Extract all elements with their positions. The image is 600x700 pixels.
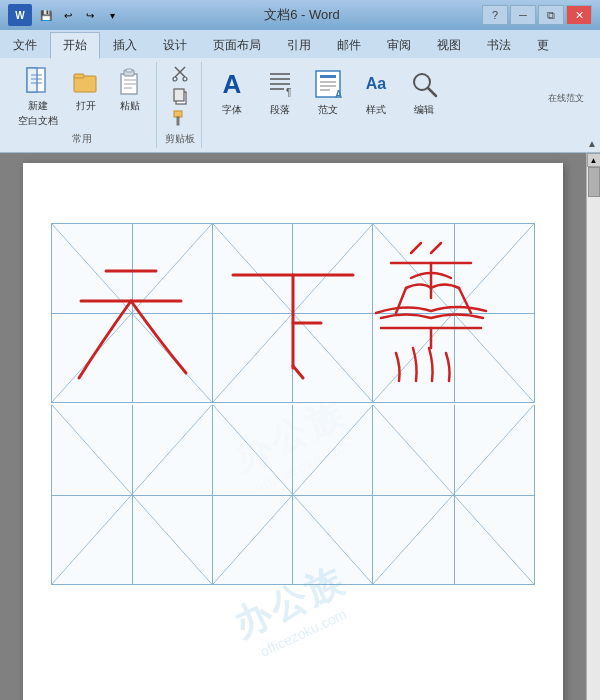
svg-rect-9	[126, 69, 132, 72]
svg-rect-19	[174, 111, 182, 117]
tab-calligraphy[interactable]: 书法	[474, 32, 524, 58]
tab-review[interactable]: 审阅	[374, 32, 424, 58]
tab-mailings[interactable]: 邮件	[324, 32, 374, 58]
new-doc-label2: 空白文档	[18, 114, 58, 128]
grid-cell-2-2	[213, 405, 374, 584]
minimize-btn[interactable]: ─	[510, 5, 536, 25]
svg-rect-29	[320, 85, 336, 87]
group-common-items: 新建 空白文档 打开	[14, 64, 150, 130]
scroll-track[interactable]	[587, 167, 600, 700]
window-controls: ? ─ ⧉ ✕	[482, 5, 592, 25]
new-doc-icon	[22, 66, 54, 98]
watermark-bottom-text2: officezoku.com	[247, 601, 360, 665]
open-button[interactable]: 打开	[66, 64, 106, 115]
group-common: 新建 空白文档 打开	[8, 62, 157, 148]
paragraph-icon: ¶	[262, 66, 298, 102]
open-icon	[70, 66, 102, 98]
group-online-label: 在线范文	[548, 92, 584, 105]
font-icon: A	[214, 66, 250, 102]
document-page: 办公族 officezoku.com 办公族 officezoku.com	[23, 163, 563, 700]
svg-point-16	[183, 77, 187, 81]
svg-text:¶: ¶	[286, 87, 291, 98]
tab-more[interactable]: 更	[524, 32, 562, 58]
group-clipboard-label: 剪贴板	[165, 132, 195, 146]
paste-label: 粘贴	[120, 99, 140, 113]
paste-button[interactable]: 粘贴	[110, 64, 150, 115]
paragraph-button[interactable]: ¶ 段落	[258, 64, 302, 119]
quick-access-toolbar: 💾 ↩ ↪ ▾	[36, 5, 122, 25]
grid-cell-1-2	[213, 224, 374, 402]
tab-references[interactable]: 引用	[274, 32, 324, 58]
tab-layout[interactable]: 页面布局	[200, 32, 274, 58]
grid-cell-2-1	[52, 405, 213, 584]
grid-cell-2-3	[373, 405, 534, 584]
open-label: 打开	[76, 99, 96, 113]
diag-2-1	[52, 405, 212, 584]
style-button[interactable]: Aa 样式	[354, 64, 398, 119]
redo-quick-btn[interactable]: ↪	[80, 5, 100, 25]
cut-button[interactable]	[168, 64, 192, 84]
tab-design[interactable]: 设计	[150, 32, 200, 58]
grid-cell-1-3	[373, 224, 534, 402]
group-clipboard: 剪贴板	[159, 62, 202, 148]
font-button[interactable]: A 字体	[210, 64, 254, 119]
svg-rect-27	[320, 75, 336, 78]
font-label: 字体	[222, 103, 242, 117]
title-bar-left: W 💾 ↩ ↪ ▾	[8, 4, 122, 26]
tab-insert[interactable]: 插入	[100, 32, 150, 58]
ribbon-container: 文件 开始 插入 设计 页面布局 引用 邮件 审阅 视图 书法 更	[0, 30, 600, 153]
paste-icon	[114, 66, 146, 98]
close-btn[interactable]: ✕	[566, 5, 592, 25]
svg-rect-28	[320, 81, 336, 83]
diag-1-3	[373, 224, 534, 402]
template-icon: A	[310, 66, 346, 102]
group-common-label: 常用	[72, 132, 92, 146]
group-online: A 字体 ¶	[204, 62, 464, 148]
diag-1-2	[213, 224, 373, 402]
ribbon-tabs: 文件 开始 插入 设计 页面布局 引用 邮件 审阅 视图 书法 更	[0, 30, 600, 58]
svg-rect-6	[74, 74, 84, 78]
calligraphy-grid-row2	[51, 405, 535, 585]
diag-2-2	[213, 405, 373, 584]
title-bar: W 💾 ↩ ↪ ▾ 文档6 - Word ? ─ ⧉ ✕	[0, 0, 600, 30]
style-label: 样式	[366, 103, 386, 117]
calligraphy-grid-row1	[51, 223, 535, 403]
collapse-ribbon-btn[interactable]: ▲	[587, 138, 597, 149]
paragraph-label: 段落	[270, 103, 290, 117]
template-button[interactable]: A 范文	[306, 64, 350, 119]
page-wrapper: 办公族 officezoku.com 办公族 officezoku.com	[0, 163, 586, 700]
diag-2-3	[373, 405, 534, 584]
edit-button[interactable]: 编辑	[402, 64, 446, 119]
ribbon: 文件 开始 插入 设计 页面布局 引用 邮件 审阅 视图 书法 更	[0, 30, 600, 153]
save-quick-btn[interactable]: 💾	[36, 5, 56, 25]
window-title: 文档6 - Word	[122, 6, 482, 24]
svg-text:A: A	[335, 89, 342, 100]
format-painter-button[interactable]	[168, 108, 192, 128]
edit-icon	[406, 66, 442, 102]
diag-1-1	[52, 224, 212, 402]
edit-label: 编辑	[414, 103, 434, 117]
customize-quick-btn[interactable]: ▾	[102, 5, 122, 25]
copy-button[interactable]	[168, 86, 192, 106]
ribbon-content: 新建 空白文档 打开	[0, 58, 600, 152]
scroll-thumb[interactable]	[588, 167, 600, 197]
document-area: ▲ ▼ 办公族 officezoku.com 办公族 officezoku.co…	[0, 153, 600, 700]
template-label: 范文	[318, 103, 338, 117]
svg-rect-18	[174, 89, 184, 101]
new-doc-button[interactable]: 新建 空白文档	[14, 64, 62, 130]
svg-rect-1	[27, 68, 37, 92]
undo-quick-btn[interactable]: ↩	[58, 5, 78, 25]
help-btn[interactable]: ?	[482, 5, 508, 25]
svg-rect-30	[320, 89, 330, 91]
group-clipboard-items	[168, 64, 192, 130]
svg-line-33	[428, 88, 436, 96]
tab-home[interactable]: 开始	[50, 32, 100, 59]
style-icon: Aa	[358, 66, 394, 102]
word-logo: W	[8, 4, 32, 26]
scrollbar-vertical[interactable]: ▲ ▼	[586, 153, 600, 700]
restore-btn[interactable]: ⧉	[538, 5, 564, 25]
svg-rect-20	[177, 117, 179, 125]
tab-view[interactable]: 视图	[424, 32, 474, 58]
scroll-up-btn[interactable]: ▲	[587, 153, 601, 167]
tab-file[interactable]: 文件	[0, 32, 50, 58]
